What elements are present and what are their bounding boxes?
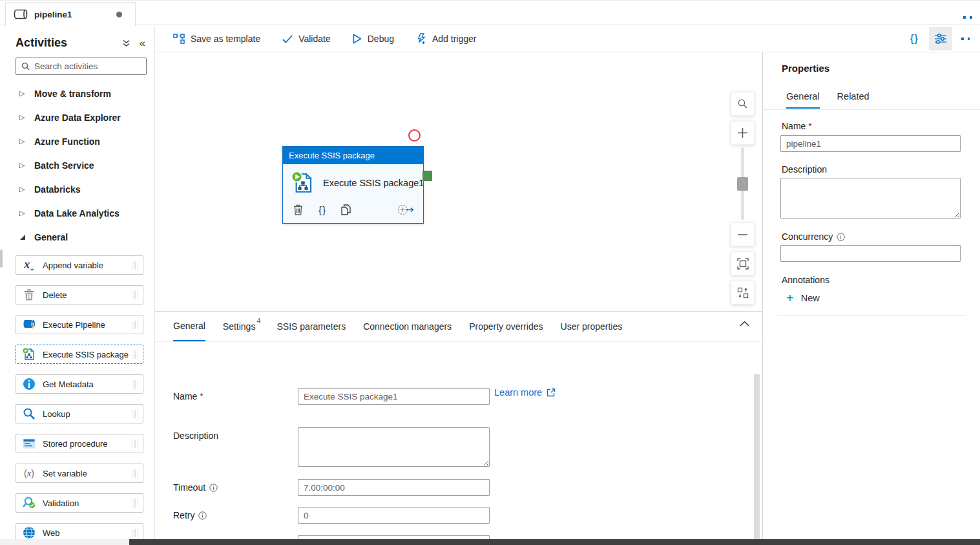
code-view-button[interactable]: {} bbox=[904, 30, 925, 48]
activity-stored-procedure[interactable]: Stored procedure bbox=[16, 434, 143, 453]
search-activities-box[interactable] bbox=[16, 58, 147, 75]
adf-pipeline-editor: pipeline1 Activities « bbox=[0, 0, 980, 545]
auto-align-button[interactable] bbox=[731, 281, 755, 305]
save-as-template-button[interactable]: Save as template bbox=[173, 34, 260, 44]
horizontal-scrollbar-thumb[interactable] bbox=[129, 539, 980, 545]
concurrency-input[interactable] bbox=[780, 245, 961, 262]
retry-label: Retry bbox=[173, 510, 194, 520]
activity-delete[interactable]: Delete bbox=[16, 285, 143, 305]
sidebar-category-general[interactable]: General bbox=[0, 225, 154, 249]
required-asterisk: * bbox=[200, 391, 203, 401]
tab-pipeline1[interactable]: pipeline1 bbox=[5, 2, 136, 26]
activities-title: Activities bbox=[16, 36, 67, 50]
drag-grip-icon bbox=[132, 291, 139, 299]
tab-bar: pipeline1 bbox=[0, 1, 980, 25]
info-icon bbox=[209, 484, 218, 492]
sidebar-category-azure-function[interactable]: ▷ Azure Function bbox=[0, 129, 154, 153]
search-activities-input[interactable] bbox=[34, 61, 141, 71]
search-icon bbox=[21, 62, 30, 70]
chevron-right-icon: ▷ bbox=[19, 209, 26, 217]
pipeline-description-textarea[interactable] bbox=[780, 178, 961, 219]
zoom-in-button[interactable] bbox=[731, 121, 755, 145]
set-variable-icon: (x) bbox=[21, 465, 37, 481]
tab-general[interactable]: General bbox=[173, 312, 205, 341]
new-annotation-button[interactable]: + New bbox=[786, 292, 820, 305]
drag-grip-icon bbox=[132, 529, 139, 537]
execute-ssis-package-icon bbox=[21, 347, 37, 362]
sidebar-category-data-lake-analytics[interactable]: ▷ Data Lake Analytics bbox=[0, 201, 154, 225]
info-icon bbox=[198, 511, 207, 520]
add-trigger-button[interactable]: Add trigger bbox=[416, 33, 476, 45]
activity-append-variable[interactable]: x+ Append variable bbox=[16, 255, 143, 275]
tab-ssis-parameters[interactable]: SSIS parameters bbox=[277, 312, 346, 341]
zoom-slider-thumb[interactable] bbox=[737, 177, 748, 191]
pipeline-toolbar: Save as template Validate Debug bbox=[155, 26, 980, 52]
node-add-output-icon[interactable] bbox=[397, 204, 414, 215]
drag-grip-icon bbox=[132, 261, 139, 270]
zoom-fit-button[interactable] bbox=[731, 251, 755, 275]
tabbar-ellipsis-icon[interactable] bbox=[963, 16, 972, 19]
zoom-slider[interactable] bbox=[731, 147, 755, 220]
chevron-expanded-icon bbox=[19, 234, 26, 240]
append-variable-icon: x+ bbox=[21, 257, 37, 273]
panel-scrollbar[interactable] bbox=[754, 374, 760, 539]
activity-name-input[interactable] bbox=[298, 388, 490, 405]
activity-execute-pipeline[interactable]: Execute Pipeline bbox=[16, 315, 143, 334]
node-clone-icon[interactable] bbox=[341, 204, 351, 215]
page-horizontal-scrollbar[interactable] bbox=[0, 539, 980, 545]
collapse-sidebar-icon[interactable]: « bbox=[140, 37, 145, 50]
toolbar-ellipsis-icon[interactable] bbox=[956, 37, 975, 40]
properties-tab-related[interactable]: Related bbox=[837, 91, 870, 109]
collapse-panel-chevron-icon[interactable] bbox=[740, 321, 749, 326]
activity-execute-ssis-package[interactable]: Execute SSIS package bbox=[16, 345, 143, 364]
pipeline-icon bbox=[14, 9, 28, 19]
pipeline-name-input[interactable] bbox=[780, 135, 961, 152]
lookup-icon bbox=[21, 406, 37, 422]
activity-web[interactable]: Web bbox=[16, 523, 143, 539]
debug-button[interactable]: Debug bbox=[353, 34, 394, 44]
timeout-label: Timeout bbox=[173, 482, 205, 493]
play-icon bbox=[353, 34, 362, 44]
activity-description-textarea[interactable] bbox=[298, 427, 490, 467]
name-label: Name bbox=[173, 391, 197, 401]
timeout-input[interactable] bbox=[298, 479, 490, 496]
execute-ssis-package-node[interactable]: Execute SSIS package Execute SSIS packag… bbox=[282, 146, 424, 224]
description-label: Description bbox=[173, 431, 218, 441]
settings-badge: 4 bbox=[256, 317, 260, 325]
zoom-search-button[interactable] bbox=[731, 92, 755, 116]
collapse-all-icon[interactable] bbox=[122, 39, 130, 47]
zoom-out-button[interactable] bbox=[731, 222, 755, 246]
activity-lookup[interactable]: Lookup bbox=[16, 404, 143, 423]
learn-more-link[interactable]: Learn more bbox=[494, 387, 556, 398]
pipeline-canvas[interactable]: Execute SSIS package Execute SSIS packag… bbox=[155, 53, 762, 311]
sidebar-category-databricks[interactable]: ▷ Databricks bbox=[0, 177, 154, 201]
sidebar-category-move-transform[interactable]: ▷ Move & transform bbox=[0, 81, 154, 105]
node-code-icon[interactable]: { } bbox=[318, 204, 326, 215]
tab-property-overrides[interactable]: Property overrides bbox=[469, 312, 543, 341]
tab-settings[interactable]: Settings 4 bbox=[223, 312, 260, 341]
activity-validation[interactable]: Validation bbox=[16, 493, 143, 513]
tab-user-properties[interactable]: User properties bbox=[561, 312, 623, 341]
node-output-connector[interactable] bbox=[422, 171, 432, 181]
node-delete-icon[interactable] bbox=[293, 204, 303, 215]
properties-tab-general[interactable]: General bbox=[786, 91, 820, 109]
execute-pipeline-icon bbox=[21, 317, 37, 332]
sidebar-category-azure-data-explorer[interactable]: ▷ Azure Data Explorer bbox=[0, 105, 154, 129]
activities-sidebar: Activities « ▷ Move & transform bbox=[0, 26, 155, 539]
activity-get-metadata[interactable]: Get Metadata bbox=[16, 374, 143, 394]
properties-panel: Properties General Related Name* Descrip… bbox=[762, 52, 980, 539]
validate-button[interactable]: Validate bbox=[282, 34, 331, 44]
sidebar-scrollbar[interactable] bbox=[0, 250, 3, 268]
drag-grip-icon bbox=[132, 440, 139, 448]
external-link-icon bbox=[547, 388, 556, 397]
required-asterisk: * bbox=[808, 121, 811, 131]
validation-icon bbox=[21, 495, 37, 511]
flow-settings-button[interactable] bbox=[929, 27, 952, 50]
plus-icon: + bbox=[786, 292, 794, 305]
concurrency-label: Concurrency bbox=[782, 231, 833, 242]
tab-connection-managers[interactable]: Connection managers bbox=[363, 312, 452, 341]
retry-input[interactable] bbox=[298, 507, 490, 524]
sidebar-category-batch-service[interactable]: ▷ Batch Service bbox=[0, 153, 154, 177]
drag-grip-icon bbox=[132, 350, 139, 359]
activity-set-variable[interactable]: (x) Set variable bbox=[16, 464, 143, 483]
